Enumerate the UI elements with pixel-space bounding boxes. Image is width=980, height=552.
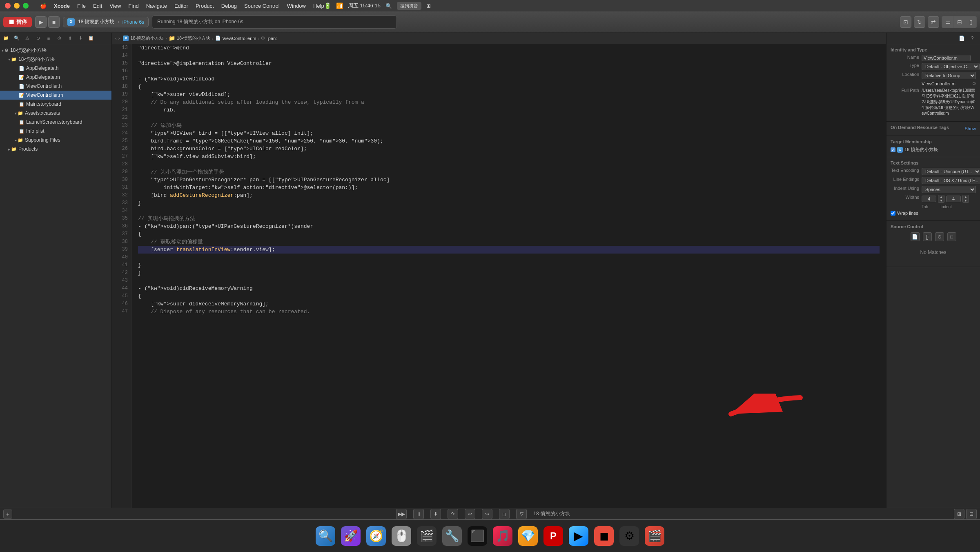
stop-button[interactable]: ⏹ 暂停 bbox=[3, 17, 32, 27]
debug-menu[interactable]: Debug bbox=[221, 3, 237, 9]
file-tree-item-viewcontroller_m[interactable]: 📝ViewController.m bbox=[0, 91, 111, 100]
source-control-menu[interactable]: Source Control bbox=[244, 3, 280, 9]
panel-btn-center[interactable]: ⊟ bbox=[953, 16, 965, 28]
code-line-21[interactable]: nib. bbox=[138, 106, 880, 114]
dock-item-sketch[interactable]: 💎 bbox=[517, 525, 539, 548]
tab-stepper-down[interactable]: ▼ bbox=[938, 199, 944, 203]
rt-btn-file[interactable]: 📄 bbox=[957, 34, 966, 43]
close-button[interactable] bbox=[5, 3, 11, 9]
type-select[interactable]: Default - Objective-C... bbox=[922, 63, 980, 70]
nav-btn-3[interactable]: ⚠ bbox=[23, 34, 32, 43]
file-tree-item-appdelegate_m[interactable]: 📝AppDelegate.m bbox=[0, 73, 111, 82]
code-line-17[interactable]: - ("kw">void)viewDidLoad bbox=[138, 75, 880, 83]
panel-btn-right[interactable]: ▯ bbox=[965, 16, 976, 28]
code-line-33[interactable]: } bbox=[138, 199, 880, 207]
file-tree-item-viewcontroller_h[interactable]: 📄ViewController.h bbox=[0, 82, 111, 91]
code-line-23[interactable]: // 添加小鸟 bbox=[138, 122, 880, 129]
nav-btn-1[interactable]: 📁 bbox=[2, 34, 11, 43]
encoding-select[interactable]: Default - Unicode (UT... bbox=[922, 168, 980, 175]
code-line-22[interactable] bbox=[138, 114, 880, 122]
dock-item-tool[interactable]: 🔧 bbox=[441, 525, 463, 548]
breadcrumb-item-2[interactable]: 18-愤怒的小方块 bbox=[177, 35, 210, 41]
nav-forward[interactable]: › bbox=[118, 36, 120, 41]
target-checkbox[interactable]: ✓ bbox=[891, 147, 895, 152]
code-line-18[interactable]: { bbox=[138, 83, 880, 91]
file-tree-item-root[interactable]: ▾⚙18-愤怒的小方块 bbox=[0, 46, 111, 55]
run-button[interactable]: ▶ bbox=[35, 16, 47, 28]
sc-icon-1[interactable]: 📄 bbox=[911, 232, 920, 241]
reveal-icon[interactable]: ⊙ bbox=[972, 81, 976, 86]
indent-stepper-up[interactable]: ▲ bbox=[963, 195, 969, 199]
dock-item-finder[interactable]: 🔍 bbox=[314, 525, 337, 548]
nav-btn-8[interactable]: ⬇ bbox=[76, 34, 85, 43]
sc-icon-4[interactable]: □ bbox=[947, 232, 956, 241]
code-line-24[interactable]: "type">UIView* bird = [["type">UIView al… bbox=[138, 129, 880, 137]
nav-btn-9[interactable]: 📋 bbox=[87, 34, 96, 43]
minimize-button[interactable] bbox=[14, 3, 20, 9]
dock-item-music[interactable]: 🎵 bbox=[491, 525, 514, 548]
code-line-42[interactable]: } bbox=[138, 269, 880, 277]
show-button[interactable]: Show bbox=[964, 126, 976, 131]
code-line-43[interactable] bbox=[138, 277, 880, 285]
debug-btn-6[interactable]: ↪ bbox=[482, 509, 492, 519]
scheme-selector[interactable]: X 18-愤怒的小方块 › iPhone 6s bbox=[63, 17, 149, 27]
tab-stepper-up[interactable]: ▲ bbox=[938, 195, 944, 199]
file-tree-item-products[interactable]: ▸📁Products bbox=[0, 145, 111, 154]
indent-using-select[interactable]: Spaces bbox=[922, 186, 976, 193]
code-line-44[interactable]: - ("kw">void)didReceiveMemoryWarning bbox=[138, 285, 880, 292]
debug-btn-5[interactable]: ↩ bbox=[465, 509, 475, 519]
debug-btn-8[interactable]: ▽ bbox=[516, 509, 527, 519]
wrap-lines-checkbox[interactable] bbox=[891, 211, 895, 216]
dock-item-app3[interactable]: ⚙ bbox=[618, 525, 641, 548]
maximize-button[interactable] bbox=[23, 3, 29, 9]
code-lines[interactable]: "directive">@end "directive">@implementa… bbox=[131, 44, 886, 508]
find-menu[interactable]: Find bbox=[128, 3, 138, 9]
code-line-29[interactable]: // 为小鸟添加一个拖拽的手势 bbox=[138, 168, 880, 176]
stop-btn2[interactable]: ■ bbox=[48, 16, 60, 28]
debug-btn-1[interactable]: ▶▶ bbox=[396, 509, 407, 519]
layout-btn-1[interactable]: ⊡ bbox=[900, 16, 911, 28]
debug-btn-4[interactable]: ↷ bbox=[448, 509, 458, 519]
code-line-19[interactable]: ["kw">super viewDidLoad]; bbox=[138, 91, 880, 98]
code-line-36[interactable]: - ("kw">void)pan:("type">UIPanGestureRec… bbox=[138, 223, 880, 230]
debug-btn-3[interactable]: ⬇ bbox=[430, 509, 441, 519]
search-icon[interactable]: 🔍 bbox=[385, 3, 392, 9]
console-btn[interactable]: ⊟ bbox=[966, 509, 977, 519]
code-line-31[interactable]: initWithTarget:"kw">self action:"directi… bbox=[138, 184, 880, 191]
view-menu[interactable]: View bbox=[109, 3, 121, 9]
product-menu[interactable]: Product bbox=[196, 3, 214, 9]
apple-menu[interactable]: 🍎 bbox=[40, 3, 47, 9]
tab-stepper[interactable]: ▲ ▼ bbox=[938, 195, 944, 203]
code-line-41[interactable]: } bbox=[138, 261, 880, 269]
file-tree-item-assets[interactable]: ▾📁Assets.xcassets bbox=[0, 109, 111, 118]
dock-item-launchpad[interactable]: 🚀 bbox=[339, 525, 362, 548]
dock-item-app2[interactable]: ◼ bbox=[592, 525, 615, 548]
breadcrumb-item-4[interactable]: -pan: bbox=[267, 36, 277, 41]
nav-btn-2[interactable]: 🔍 bbox=[12, 34, 21, 43]
code-line-32[interactable]: [bird addGestureRecognizer:pan]; bbox=[138, 191, 880, 199]
code-line-30[interactable]: "type">UIPanGestureRecognizer* pan = [["… bbox=[138, 176, 880, 184]
indent-width-input[interactable] bbox=[946, 196, 961, 202]
file-tree-item-launchscreen[interactable]: 📋LaunchScreen.storyboard bbox=[0, 118, 111, 127]
navigate-menu[interactable]: Navigate bbox=[146, 3, 167, 9]
code-line-13[interactable]: "directive">@end bbox=[138, 44, 880, 52]
nav-btn-4[interactable]: ⊙ bbox=[33, 34, 42, 43]
file-tree-item-group1[interactable]: ▾📁18-愤怒的小方块 bbox=[0, 55, 111, 64]
dock-item-terminal[interactable]: ⬛ bbox=[466, 525, 489, 548]
layout-btn-2[interactable]: ↻ bbox=[914, 16, 925, 28]
nav-btn-6[interactable]: ⏱ bbox=[55, 34, 64, 43]
search-bar[interactable]: 搜狗拼音 bbox=[397, 2, 421, 10]
code-line-40[interactable] bbox=[138, 254, 880, 261]
split-view-btn[interactable]: ⊞ bbox=[954, 509, 964, 519]
file-tree-item-infoplist[interactable]: 📋Info.plist bbox=[0, 127, 111, 136]
code-editor[interactable]: 1314151617181920212223242526272829303132… bbox=[112, 44, 886, 508]
dock-item-mouse[interactable]: 🖱️ bbox=[390, 525, 413, 548]
add-file-button[interactable]: + bbox=[3, 510, 12, 519]
editor-menu[interactable]: Editor bbox=[174, 3, 188, 9]
rt-btn-help[interactable]: ? bbox=[968, 34, 977, 43]
panel-btn-left[interactable]: ▭ bbox=[942, 16, 953, 28]
location-select[interactable]: Relative to Group bbox=[922, 72, 976, 79]
name-input[interactable] bbox=[922, 55, 971, 61]
dock-item-play[interactable]: ▶ bbox=[567, 525, 590, 548]
code-line-14[interactable] bbox=[138, 52, 880, 60]
